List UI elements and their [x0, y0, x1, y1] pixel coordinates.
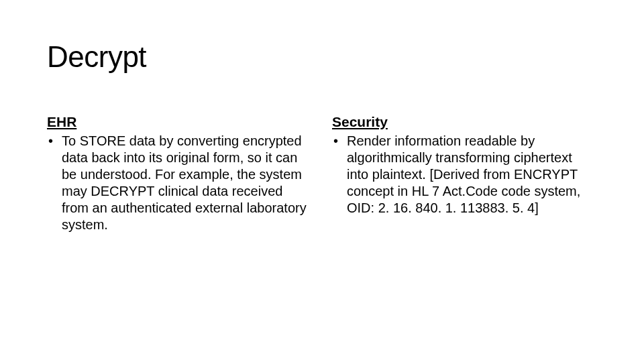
right-column: Security • Render information readable b… [332, 114, 597, 233]
left-column: EHR • To STORE data by converting encryp… [47, 114, 312, 233]
security-bullet-text: Render information readable by algorithm… [347, 133, 597, 217]
ehr-bullet-item: • To STORE data by converting encrypted … [47, 133, 312, 233]
bullet-icon: • [332, 133, 347, 149]
bullet-icon: • [47, 133, 62, 149]
security-heading: Security [332, 114, 597, 130]
security-bullet-item: • Render information readable by algorit… [332, 133, 597, 217]
ehr-bullet-text: To STORE data by converting encrypted da… [62, 133, 312, 233]
slide-title: Decrypt [47, 40, 597, 74]
ehr-heading: EHR [47, 114, 312, 130]
content-columns: EHR • To STORE data by converting encryp… [47, 114, 597, 233]
